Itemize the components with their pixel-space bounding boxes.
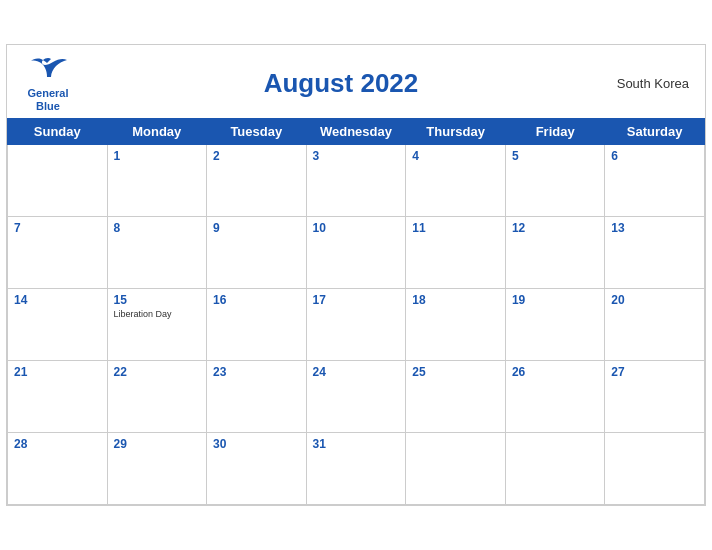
header-monday: Monday — [107, 118, 207, 144]
logo-area: General Blue — [23, 55, 73, 111]
calendar-cell — [406, 432, 506, 504]
calendar-cell: 19 — [505, 288, 604, 360]
calendar-cell: 2 — [207, 144, 307, 216]
calendar-cell: 14 — [8, 288, 108, 360]
header-friday: Friday — [505, 118, 604, 144]
holiday-label: Liberation Day — [114, 309, 201, 320]
header-wednesday: Wednesday — [306, 118, 406, 144]
calendar-cell: 21 — [8, 360, 108, 432]
calendar-cell: 4 — [406, 144, 506, 216]
calendar-cell: 7 — [8, 216, 108, 288]
date-number: 20 — [611, 293, 698, 307]
calendar-cell: 30 — [207, 432, 307, 504]
calendar-week-row: 21222324252627 — [8, 360, 705, 432]
date-number: 18 — [412, 293, 499, 307]
calendar-cell: 26 — [505, 360, 604, 432]
date-number: 10 — [313, 221, 400, 235]
date-number: 24 — [313, 365, 400, 379]
date-number: 23 — [213, 365, 300, 379]
logo-general: General — [28, 87, 69, 99]
calendar-cell: 9 — [207, 216, 307, 288]
date-number: 4 — [412, 149, 499, 163]
header-thursday: Thursday — [406, 118, 506, 144]
weekday-header-row: Sunday Monday Tuesday Wednesday Thursday… — [8, 118, 705, 144]
calendar-week-row: 78910111213 — [8, 216, 705, 288]
date-number: 3 — [313, 149, 400, 163]
calendar-cell: 31 — [306, 432, 406, 504]
calendar-cell: 17 — [306, 288, 406, 360]
logo-blue: Blue — [36, 100, 60, 112]
calendar-cell: 27 — [605, 360, 705, 432]
date-number: 25 — [412, 365, 499, 379]
calendar-cell: 10 — [306, 216, 406, 288]
calendar-header: General Blue August 2022 South Korea — [7, 45, 705, 117]
date-number: 5 — [512, 149, 598, 163]
date-number: 27 — [611, 365, 698, 379]
date-number: 13 — [611, 221, 698, 235]
country-name: South Korea — [609, 76, 689, 91]
calendar-cell: 6 — [605, 144, 705, 216]
calendar-cell: 3 — [306, 144, 406, 216]
calendar-cell: 28 — [8, 432, 108, 504]
date-number: 8 — [114, 221, 201, 235]
calendar-cell: 16 — [207, 288, 307, 360]
calendar-cell: 29 — [107, 432, 207, 504]
calendar-container: General Blue August 2022 South Korea Sun… — [6, 44, 706, 505]
calendar-week-row: 28293031 — [8, 432, 705, 504]
date-number: 15 — [114, 293, 201, 307]
calendar-cell — [605, 432, 705, 504]
date-number: 17 — [313, 293, 400, 307]
calendar-table: Sunday Monday Tuesday Wednesday Thursday… — [7, 118, 705, 505]
date-number: 1 — [114, 149, 201, 163]
calendar-cell — [505, 432, 604, 504]
calendar-cell: 5 — [505, 144, 604, 216]
calendar-cell: 24 — [306, 360, 406, 432]
header-saturday: Saturday — [605, 118, 705, 144]
date-number: 30 — [213, 437, 300, 451]
date-number: 22 — [114, 365, 201, 379]
date-number: 31 — [313, 437, 400, 451]
general-blue-logo — [23, 55, 73, 91]
calendar-cell: 23 — [207, 360, 307, 432]
date-number: 11 — [412, 221, 499, 235]
calendar-cell: 8 — [107, 216, 207, 288]
calendar-cell: 11 — [406, 216, 506, 288]
date-number: 16 — [213, 293, 300, 307]
date-number: 19 — [512, 293, 598, 307]
date-number: 21 — [14, 365, 101, 379]
date-number: 12 — [512, 221, 598, 235]
calendar-week-row: 123456 — [8, 144, 705, 216]
calendar-cell — [8, 144, 108, 216]
date-number: 14 — [14, 293, 101, 307]
calendar-cell: 12 — [505, 216, 604, 288]
calendar-cell: 25 — [406, 360, 506, 432]
date-number: 2 — [213, 149, 300, 163]
header-sunday: Sunday — [8, 118, 108, 144]
date-number: 26 — [512, 365, 598, 379]
header-tuesday: Tuesday — [207, 118, 307, 144]
calendar-cell: 15Liberation Day — [107, 288, 207, 360]
date-number: 7 — [14, 221, 101, 235]
month-title: August 2022 — [73, 68, 609, 99]
calendar-cell: 13 — [605, 216, 705, 288]
date-number: 28 — [14, 437, 101, 451]
calendar-cell: 22 — [107, 360, 207, 432]
calendar-cell: 20 — [605, 288, 705, 360]
calendar-cell: 18 — [406, 288, 506, 360]
calendar-cell: 1 — [107, 144, 207, 216]
date-number: 29 — [114, 437, 201, 451]
calendar-week-row: 1415Liberation Day1617181920 — [8, 288, 705, 360]
date-number: 6 — [611, 149, 698, 163]
date-number: 9 — [213, 221, 300, 235]
